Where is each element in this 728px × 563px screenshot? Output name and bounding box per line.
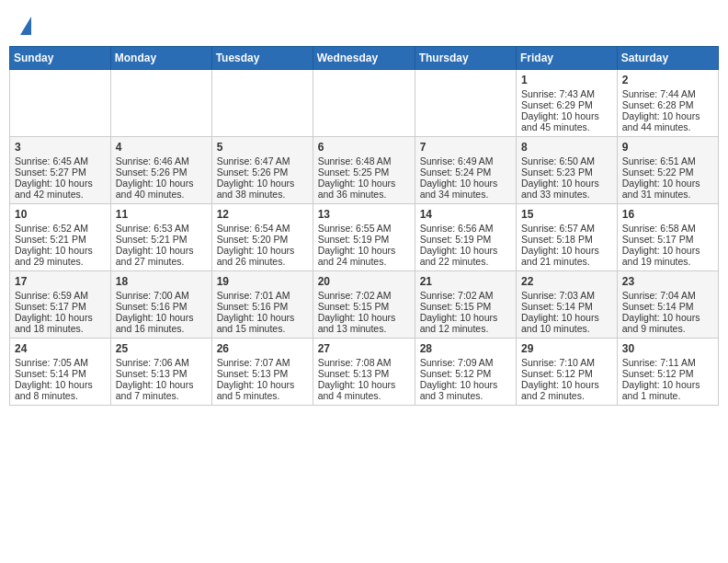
calendar-cell: 13Sunrise: 6:55 AMSunset: 5:19 PMDayligh… [313, 204, 415, 271]
sunrise-text: Sunrise: 7:01 AM [217, 290, 290, 301]
calendar-cell: 20Sunrise: 7:02 AMSunset: 5:15 PMDayligh… [313, 271, 415, 339]
sunrise-text: Sunrise: 7:02 AM [420, 290, 494, 301]
day-number: 29 [521, 342, 612, 355]
calendar-cell: 9Sunrise: 6:51 AMSunset: 5:22 PMDaylight… [617, 137, 718, 204]
sunset-text: Sunset: 5:17 PM [15, 301, 86, 312]
daylight-text: Daylight: 10 hours and 26 minutes. [217, 245, 295, 267]
daylight-text: Daylight: 10 hours and 36 minutes. [318, 178, 396, 200]
day-number: 16 [622, 208, 713, 221]
sunset-text: Sunset: 5:14 PM [622, 301, 694, 312]
weekday-header-wednesday: Wednesday [313, 47, 415, 70]
daylight-text: Daylight: 10 hours and 40 minutes. [116, 178, 194, 200]
sunrise-text: Sunrise: 6:59 AM [15, 290, 88, 301]
calendar-cell: 24Sunrise: 7:05 AMSunset: 5:14 PMDayligh… [10, 339, 111, 406]
sunset-text: Sunset: 5:24 PM [420, 167, 492, 178]
weekday-header-sunday: Sunday [10, 47, 111, 70]
calendar-cell: 14Sunrise: 6:56 AMSunset: 5:19 PMDayligh… [415, 204, 516, 271]
sunset-text: Sunset: 5:27 PM [15, 167, 86, 178]
sunset-text: Sunset: 5:26 PM [217, 167, 289, 178]
daylight-text: Daylight: 10 hours and 10 minutes. [521, 312, 599, 334]
calendar-cell: 28Sunrise: 7:09 AMSunset: 5:12 PMDayligh… [415, 339, 516, 406]
calendar-cell: 26Sunrise: 7:07 AMSunset: 5:13 PMDayligh… [211, 339, 313, 406]
calendar-cell: 19Sunrise: 7:01 AMSunset: 5:16 PMDayligh… [211, 271, 313, 339]
daylight-text: Daylight: 10 hours and 27 minutes. [116, 245, 194, 267]
day-number: 28 [420, 342, 511, 355]
sunset-text: Sunset: 5:19 PM [318, 234, 390, 245]
weekday-header-saturday: Saturday [617, 47, 718, 70]
sunset-text: Sunset: 5:12 PM [622, 368, 694, 379]
sunset-text: Sunset: 5:22 PM [622, 167, 694, 178]
sunrise-text: Sunrise: 6:48 AM [318, 155, 392, 167]
calendar-week-2: 3Sunrise: 6:45 AMSunset: 5:27 PMDaylight… [10, 137, 719, 204]
sunset-text: Sunset: 5:20 PM [217, 234, 289, 245]
calendar-cell: 7Sunrise: 6:49 AMSunset: 5:24 PMDaylight… [415, 137, 516, 204]
day-number: 14 [420, 208, 511, 221]
calendar-cell [211, 70, 313, 137]
daylight-text: Daylight: 10 hours and 8 minutes. [15, 379, 93, 401]
daylight-text: Daylight: 10 hours and 19 minutes. [622, 245, 700, 267]
daylight-text: Daylight: 10 hours and 31 minutes. [622, 178, 700, 200]
day-number: 24 [15, 342, 106, 355]
calendar-cell: 21Sunrise: 7:02 AMSunset: 5:15 PMDayligh… [415, 271, 516, 339]
day-number: 19 [217, 275, 308, 288]
calendar-cell: 1Sunrise: 7:43 AMSunset: 6:29 PMDaylight… [517, 70, 618, 137]
daylight-text: Daylight: 10 hours and 7 minutes. [116, 379, 194, 401]
sunrise-text: Sunrise: 6:46 AM [116, 155, 189, 167]
calendar-cell: 5Sunrise: 6:47 AMSunset: 5:26 PMDaylight… [211, 137, 313, 204]
sunrise-text: Sunrise: 6:52 AM [15, 223, 88, 234]
sunset-text: Sunset: 6:28 PM [622, 99, 694, 110]
daylight-text: Daylight: 10 hours and 38 minutes. [217, 178, 295, 200]
sunrise-text: Sunrise: 7:05 AM [15, 357, 88, 368]
day-number: 1 [521, 74, 612, 86]
sunrise-text: Sunrise: 6:49 AM [420, 155, 494, 167]
day-number: 26 [217, 342, 308, 355]
calendar-cell [110, 70, 211, 137]
sunset-text: Sunset: 5:17 PM [622, 234, 694, 245]
calendar-cell: 8Sunrise: 6:50 AMSunset: 5:23 PMDaylight… [517, 137, 618, 204]
daylight-text: Daylight: 10 hours and 13 minutes. [318, 312, 396, 334]
day-number: 23 [622, 275, 713, 288]
calendar-cell: 6Sunrise: 6:48 AMSunset: 5:25 PMDaylight… [313, 137, 415, 204]
calendar-cell: 12Sunrise: 6:54 AMSunset: 5:20 PMDayligh… [211, 204, 313, 271]
day-number: 7 [420, 141, 511, 154]
daylight-text: Daylight: 10 hours and 44 minutes. [622, 110, 700, 132]
sunset-text: Sunset: 5:18 PM [521, 234, 593, 245]
sunrise-text: Sunrise: 7:06 AM [116, 357, 189, 368]
day-number: 15 [521, 208, 612, 221]
daylight-text: Daylight: 10 hours and 42 minutes. [15, 178, 93, 200]
day-number: 4 [116, 141, 207, 154]
calendar-week-1: 1Sunrise: 7:43 AMSunset: 6:29 PMDaylight… [10, 70, 719, 137]
sunrise-text: Sunrise: 7:08 AM [318, 357, 392, 368]
daylight-text: Daylight: 10 hours and 3 minutes. [420, 379, 498, 401]
daylight-text: Daylight: 10 hours and 29 minutes. [15, 245, 93, 267]
sunrise-text: Sunrise: 6:45 AM [15, 155, 88, 167]
sunrise-text: Sunrise: 7:09 AM [420, 357, 494, 368]
sunset-text: Sunset: 5:15 PM [318, 301, 390, 312]
calendar-cell: 11Sunrise: 6:53 AMSunset: 5:21 PMDayligh… [110, 204, 211, 271]
sunset-text: Sunset: 5:14 PM [15, 368, 86, 379]
sunset-text: Sunset: 5:19 PM [420, 234, 492, 245]
sunrise-text: Sunrise: 7:44 AM [622, 88, 696, 99]
calendar-cell: 4Sunrise: 6:46 AMSunset: 5:26 PMDaylight… [110, 137, 211, 204]
day-number: 18 [116, 275, 207, 288]
daylight-text: Daylight: 10 hours and 12 minutes. [420, 312, 498, 334]
daylight-text: Daylight: 10 hours and 4 minutes. [318, 379, 396, 401]
sunrise-text: Sunrise: 7:02 AM [318, 290, 392, 301]
sunrise-text: Sunrise: 6:50 AM [521, 155, 595, 167]
calendar-cell: 30Sunrise: 7:11 AMSunset: 5:12 PMDayligh… [617, 339, 718, 406]
sunset-text: Sunset: 5:13 PM [116, 368, 188, 379]
daylight-text: Daylight: 10 hours and 22 minutes. [420, 245, 498, 267]
sunrise-text: Sunrise: 7:00 AM [116, 290, 189, 301]
calendar-cell: 10Sunrise: 6:52 AMSunset: 5:21 PMDayligh… [10, 204, 111, 271]
calendar-week-3: 10Sunrise: 6:52 AMSunset: 5:21 PMDayligh… [10, 204, 719, 271]
day-number: 22 [521, 275, 612, 288]
daylight-text: Daylight: 10 hours and 45 minutes. [521, 110, 599, 132]
sunset-text: Sunset: 5:14 PM [521, 301, 593, 312]
sunset-text: Sunset: 5:21 PM [116, 234, 188, 245]
sunset-text: Sunset: 5:12 PM [521, 368, 593, 379]
logo-triangle-icon [20, 17, 31, 35]
sunrise-text: Sunrise: 7:03 AM [521, 290, 595, 301]
calendar-cell: 15Sunrise: 6:57 AMSunset: 5:18 PMDayligh… [517, 204, 618, 271]
day-number: 11 [116, 208, 207, 221]
day-number: 6 [318, 141, 410, 154]
